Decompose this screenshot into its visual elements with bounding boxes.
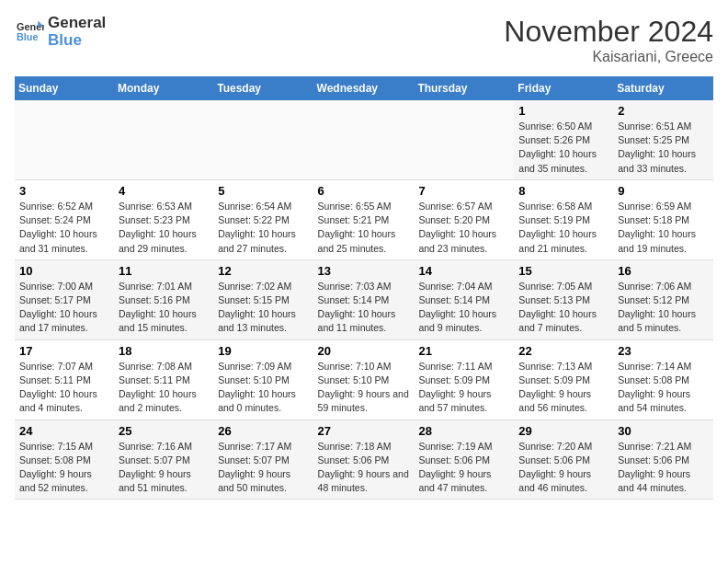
day-info: Sunrise: 6:53 AM Sunset: 5:23 PM Dayligh… (119, 200, 209, 256)
day-info: Sunrise: 6:52 AM Sunset: 5:24 PM Dayligh… (19, 200, 109, 256)
calendar-cell: 1Sunrise: 6:50 AM Sunset: 5:26 PM Daylig… (514, 100, 613, 179)
weekday-header-thursday: Thursday (414, 76, 514, 100)
calendar-cell: 3Sunrise: 6:52 AM Sunset: 5:24 PM Daylig… (15, 179, 114, 259)
day-number: 30 (618, 424, 709, 438)
week-row-4: 17Sunrise: 7:07 AM Sunset: 5:11 PM Dayli… (15, 339, 713, 419)
day-info: Sunrise: 7:14 AM Sunset: 5:08 PM Dayligh… (618, 360, 709, 416)
day-info: Sunrise: 7:10 AM Sunset: 5:10 PM Dayligh… (318, 360, 410, 416)
day-info: Sunrise: 7:20 AM Sunset: 5:06 PM Dayligh… (518, 440, 609, 496)
day-info: Sunrise: 7:03 AM Sunset: 5:14 PM Dayligh… (318, 280, 410, 336)
day-number: 23 (618, 344, 709, 358)
day-info: Sunrise: 7:13 AM Sunset: 5:09 PM Dayligh… (518, 360, 609, 416)
week-row-1: 1Sunrise: 6:50 AM Sunset: 5:26 PM Daylig… (15, 100, 713, 179)
day-info: Sunrise: 7:17 AM Sunset: 5:07 PM Dayligh… (218, 440, 308, 496)
day-info: Sunrise: 7:18 AM Sunset: 5:06 PM Dayligh… (318, 440, 410, 496)
day-info: Sunrise: 7:08 AM Sunset: 5:11 PM Dayligh… (119, 360, 209, 416)
week-row-3: 10Sunrise: 7:00 AM Sunset: 5:17 PM Dayli… (15, 259, 713, 339)
title-area: November 2024 Kaisariani, Greece (504, 15, 713, 65)
weekday-header-wednesday: Wednesday (313, 76, 415, 100)
weekday-header-monday: Monday (114, 76, 213, 100)
logo-icon: General Blue (15, 19, 44, 45)
calendar-cell: 7Sunrise: 6:57 AM Sunset: 5:20 PM Daylig… (414, 179, 514, 259)
header: General Blue General Blue November 2024 … (15, 15, 713, 65)
day-number: 10 (19, 264, 109, 278)
day-info: Sunrise: 6:50 AM Sunset: 5:26 PM Dayligh… (518, 120, 609, 176)
day-info: Sunrise: 7:19 AM Sunset: 5:06 PM Dayligh… (418, 440, 509, 496)
day-info: Sunrise: 7:09 AM Sunset: 5:10 PM Dayligh… (218, 360, 308, 416)
calendar-cell: 26Sunrise: 7:17 AM Sunset: 5:07 PM Dayli… (213, 419, 313, 500)
day-info: Sunrise: 7:21 AM Sunset: 5:06 PM Dayligh… (618, 440, 709, 496)
day-info: Sunrise: 6:55 AM Sunset: 5:21 PM Dayligh… (318, 200, 410, 256)
day-number: 2 (618, 104, 709, 118)
day-number: 19 (218, 344, 308, 358)
svg-text:Blue: Blue (17, 31, 39, 42)
day-info: Sunrise: 7:05 AM Sunset: 5:13 PM Dayligh… (518, 280, 609, 336)
calendar-cell: 29Sunrise: 7:20 AM Sunset: 5:06 PM Dayli… (514, 419, 613, 500)
calendar-cell: 21Sunrise: 7:11 AM Sunset: 5:09 PM Dayli… (414, 339, 514, 419)
calendar-cell (15, 100, 114, 179)
day-info: Sunrise: 7:15 AM Sunset: 5:08 PM Dayligh… (19, 440, 109, 496)
day-number: 27 (318, 424, 410, 438)
day-number: 14 (418, 264, 509, 278)
week-row-2: 3Sunrise: 6:52 AM Sunset: 5:24 PM Daylig… (15, 179, 713, 259)
day-number: 16 (618, 264, 709, 278)
day-number: 4 (119, 184, 209, 198)
day-number: 24 (19, 424, 109, 438)
day-number: 25 (119, 424, 209, 438)
calendar-cell: 9Sunrise: 6:59 AM Sunset: 5:18 PM Daylig… (613, 179, 713, 259)
calendar-cell: 27Sunrise: 7:18 AM Sunset: 5:06 PM Dayli… (313, 419, 415, 500)
calendar-cell: 10Sunrise: 7:00 AM Sunset: 5:17 PM Dayli… (15, 259, 114, 339)
day-number: 12 (218, 264, 308, 278)
day-info: Sunrise: 7:04 AM Sunset: 5:14 PM Dayligh… (418, 280, 509, 336)
day-number: 1 (518, 104, 609, 118)
calendar-cell: 4Sunrise: 6:53 AM Sunset: 5:23 PM Daylig… (114, 179, 213, 259)
calendar-cell: 14Sunrise: 7:04 AM Sunset: 5:14 PM Dayli… (414, 259, 514, 339)
calendar-cell: 5Sunrise: 6:54 AM Sunset: 5:22 PM Daylig… (213, 179, 313, 259)
day-number: 18 (119, 344, 209, 358)
day-number: 15 (518, 264, 609, 278)
logo-blue: Blue (48, 32, 106, 50)
calendar-cell: 12Sunrise: 7:02 AM Sunset: 5:15 PM Dayli… (213, 259, 313, 339)
location-title: Kaisariani, Greece (504, 49, 713, 65)
day-info: Sunrise: 6:58 AM Sunset: 5:19 PM Dayligh… (518, 200, 609, 256)
calendar-cell: 8Sunrise: 6:58 AM Sunset: 5:19 PM Daylig… (514, 179, 613, 259)
day-number: 21 (418, 344, 509, 358)
calendar-cell: 20Sunrise: 7:10 AM Sunset: 5:10 PM Dayli… (313, 339, 415, 419)
day-info: Sunrise: 7:01 AM Sunset: 5:16 PM Dayligh… (119, 280, 209, 336)
weekday-header-sunday: Sunday (15, 76, 114, 100)
day-number: 9 (618, 184, 709, 198)
logo-general: General (48, 15, 106, 32)
day-number: 3 (19, 184, 109, 198)
weekday-header-tuesday: Tuesday (213, 76, 313, 100)
day-number: 5 (218, 184, 308, 198)
day-info: Sunrise: 6:54 AM Sunset: 5:22 PM Dayligh… (218, 200, 308, 256)
calendar-cell: 11Sunrise: 7:01 AM Sunset: 5:16 PM Dayli… (114, 259, 213, 339)
weekday-header-saturday: Saturday (613, 76, 713, 100)
calendar-cell (114, 100, 213, 179)
day-info: Sunrise: 6:57 AM Sunset: 5:20 PM Dayligh… (418, 200, 509, 256)
day-info: Sunrise: 7:11 AM Sunset: 5:09 PM Dayligh… (418, 360, 509, 416)
calendar-cell: 24Sunrise: 7:15 AM Sunset: 5:08 PM Dayli… (15, 419, 114, 500)
calendar-cell: 17Sunrise: 7:07 AM Sunset: 5:11 PM Dayli… (15, 339, 114, 419)
day-info: Sunrise: 6:59 AM Sunset: 5:18 PM Dayligh… (618, 200, 709, 256)
logo: General Blue General Blue (15, 15, 106, 49)
weekday-header-friday: Friday (514, 76, 613, 100)
calendar-cell: 25Sunrise: 7:16 AM Sunset: 5:07 PM Dayli… (114, 419, 213, 500)
day-number: 13 (318, 264, 410, 278)
calendar-header: SundayMondayTuesdayWednesdayThursdayFrid… (15, 76, 713, 100)
calendar-cell (213, 100, 313, 179)
day-number: 20 (318, 344, 410, 358)
calendar-cell: 22Sunrise: 7:13 AM Sunset: 5:09 PM Dayli… (514, 339, 613, 419)
calendar-cell: 15Sunrise: 7:05 AM Sunset: 5:13 PM Dayli… (514, 259, 613, 339)
day-info: Sunrise: 7:07 AM Sunset: 5:11 PM Dayligh… (19, 360, 109, 416)
calendar-table: SundayMondayTuesdayWednesdayThursdayFrid… (15, 76, 713, 500)
day-number: 28 (418, 424, 509, 438)
day-info: Sunrise: 6:51 AM Sunset: 5:25 PM Dayligh… (618, 120, 709, 176)
calendar-cell: 19Sunrise: 7:09 AM Sunset: 5:10 PM Dayli… (213, 339, 313, 419)
day-info: Sunrise: 7:00 AM Sunset: 5:17 PM Dayligh… (19, 280, 109, 336)
day-info: Sunrise: 7:06 AM Sunset: 5:12 PM Dayligh… (618, 280, 709, 336)
day-number: 7 (418, 184, 509, 198)
day-info: Sunrise: 7:16 AM Sunset: 5:07 PM Dayligh… (119, 440, 209, 496)
calendar-cell (414, 100, 514, 179)
day-number: 29 (518, 424, 609, 438)
